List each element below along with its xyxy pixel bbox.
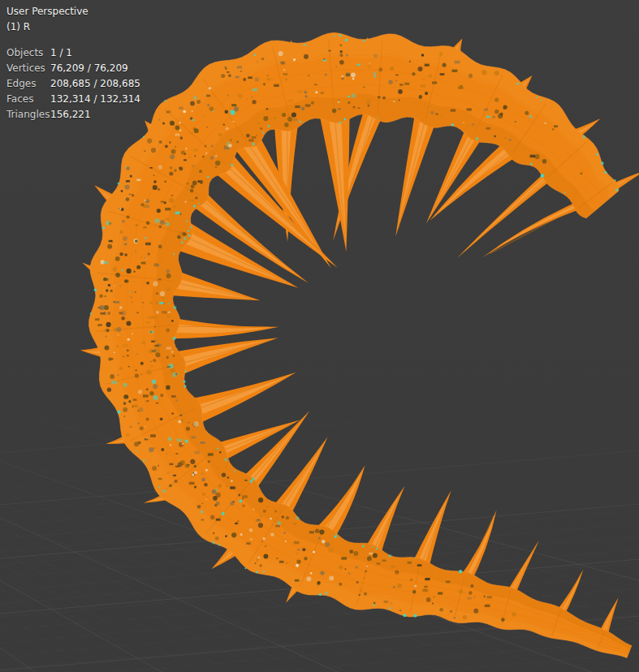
stat-label: Edges <box>6 76 50 92</box>
stat-row-edges: Edges 208,685 / 208,685 <box>6 76 140 92</box>
blender-3d-viewport[interactable]: User Perspective (1) R Objects 1 / 1 Ver… <box>0 0 639 672</box>
stat-row-faces: Faces 132,314 / 132,314 <box>6 92 140 107</box>
collection-label: (1) R <box>6 19 140 35</box>
stat-value: 76,209 / 76,209 <box>50 61 128 76</box>
stat-value: 132,314 / 132,314 <box>50 92 140 107</box>
stat-row-vertices: Vertices 76,209 / 76,209 <box>6 61 140 76</box>
stat-label: Faces <box>6 92 50 107</box>
stat-value: 1 / 1 <box>50 45 72 61</box>
viewport-overlay-stats: User Perspective (1) R Objects 1 / 1 Ver… <box>6 4 140 123</box>
stat-row-triangles: Triangles 156,221 <box>6 107 140 123</box>
stat-label: Vertices <box>6 61 50 76</box>
stat-label: Objects <box>6 45 50 61</box>
scene-statistics: Objects 1 / 1 Vertices 76,209 / 76,209 E… <box>6 45 140 123</box>
stat-row-objects: Objects 1 / 1 <box>6 45 140 61</box>
stat-value: 156,221 <box>50 107 91 123</box>
stat-label: Triangles <box>6 107 50 123</box>
view-name-label: User Perspective <box>6 4 140 19</box>
stat-value: 208,685 / 208,685 <box>50 76 140 92</box>
